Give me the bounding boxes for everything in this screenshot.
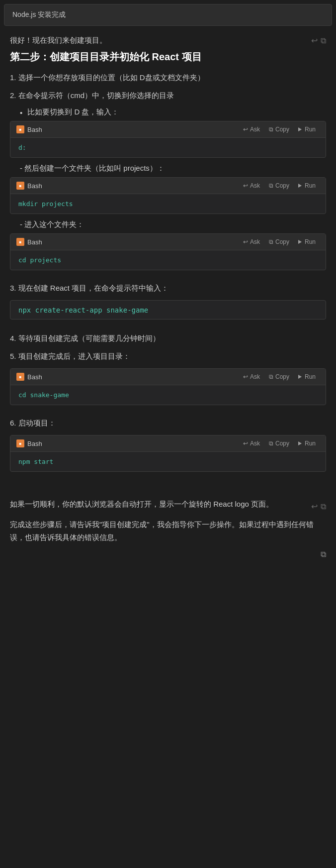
bash-label-2: Bash [27,182,42,190]
code-body-4: cd snake-game [10,385,326,405]
copy-icon-5: ⧉ [269,440,273,447]
run-btn-5[interactable]: Run [294,438,320,448]
copy-btn-4[interactable]: ⧉ Copy [265,372,293,382]
code-header-1: ■ Bash ↩ Ask ⧉ Copy Run [10,121,326,138]
top-bar: Node.js 安装完成 [4,4,332,26]
main-content: 很好！现在我们来创建项目。 ↩ ⧉ 第二步：创建项目目录并初始化 React 项… [0,30,336,571]
copy-btn-3[interactable]: ⧉ Copy [265,237,293,247]
intro-section: 很好！现在我们来创建项目。 ↩ ⧉ [10,36,326,45]
step3-inline-code: npx create-react-app snake-game [10,300,326,320]
ask-icon-4: ↩ [243,373,248,380]
bash-icon-3: ■ [16,238,24,246]
run-icon-3 [298,240,302,244]
ask-icon-1: ↩ [243,126,248,133]
step-3-text: 3. 现在创建 React 项目，在命令提示符中输入： [10,282,326,294]
step-2: 2. 在命令提示符（cmd）中，切换到你选择的目录 [10,90,326,102]
code-header-5: ■ Bash ↩ Ask ⧉ Copy Run [10,435,326,452]
code-header-2: ■ Bash ↩ Ask ⧉ Copy Run [10,178,326,194]
ask-btn-2[interactable]: ↩ Ask [239,181,264,191]
step-1: 1. 选择一个你想存放项目的位置（比如 D盘或文档文件夹） [10,72,326,84]
ask-icon-3: ↩ [243,238,248,245]
code-block-5: ■ Bash ↩ Ask ⧉ Copy Run npm start [10,435,326,472]
run-btn-4[interactable]: Run [294,372,320,382]
code-header-3: ■ Bash ↩ Ask ⧉ Copy Run [10,234,326,250]
bash-icon-5: ■ [16,439,24,447]
ask-icon-2: ↩ [243,182,248,189]
bottom-note-text2: 完成这些步骤后，请告诉我"项目创建完成"，我会指导你下一步操作。如果过程中遇到任… [10,518,326,543]
code-text-1: d: [18,144,26,151]
intro-action-icons: ↩ ⧉ [311,36,326,45]
run-icon-2 [298,184,302,188]
code-body-2: mkdir projects [10,194,326,214]
code-lang-1: ■ Bash [16,125,42,133]
code-actions-1: ↩ Ask ⧉ Copy Run [239,124,320,134]
ask-btn-3[interactable]: ↩ Ask [239,237,264,247]
undo-icon[interactable]: ↩ [311,36,318,45]
bash-label-1: Bash [27,126,42,133]
code-body-1: d: [10,138,326,157]
bottom-note: 如果一切顺利，你的默认浏览器会自动打开，显示一个旋转的 React logo 页… [10,498,326,561]
copy-icon[interactable]: ⧉ [321,36,326,45]
code-lang-3: ■ Bash [16,238,42,246]
code-block-3: ■ Bash ↩ Ask ⧉ Copy Run cd projects [10,233,326,270]
code-header-4: ■ Bash ↩ Ask ⧉ Copy Run [10,369,326,385]
bottom-undo-icon[interactable]: ↩ [311,500,318,513]
intro-text: 很好！现在我们来创建项目。 [10,36,306,45]
code-text-5: npm start [18,458,53,465]
bash-icon-2: ■ [16,182,24,190]
copy-btn-bottom-area: ⧉ [10,547,326,561]
copy-icon-3: ⧉ [269,238,273,245]
code-block-2: ■ Bash ↩ Ask ⧉ Copy Run mkdir projects [10,177,326,214]
bottom-note-row-1: 如果一切顺利，你的默认浏览器会自动打开，显示一个旋转的 React logo 页… [10,498,326,513]
copy-btn-5[interactable]: ⧉ Copy [265,438,293,448]
run-btn-2[interactable]: Run [294,181,320,191]
ask-btn-4[interactable]: ↩ Ask [239,372,264,382]
code-lang-2: ■ Bash [16,182,42,190]
code-text-3: cd projects [18,256,61,264]
code-actions-2: ↩ Ask ⧉ Copy Run [239,181,320,191]
code-actions-4: ↩ Ask ⧉ Copy Run [239,372,320,382]
code-text-2: mkdir projects [18,200,73,208]
ask-btn-1[interactable]: ↩ Ask [239,124,264,134]
copy-icon-1: ⧉ [269,126,273,133]
code-actions-3: ↩ Ask ⧉ Copy Run [239,237,320,247]
code-block-4: ■ Bash ↩ Ask ⧉ Copy Run cd snake-game [10,368,326,405]
bullet-item: • 比如要切换到 D 盘，输入： [20,108,326,117]
step-5: 5. 项目创建完成后，进入项目目录： [10,350,326,362]
code-body-5: npm start [10,452,326,471]
bash-icon-1: ■ [16,125,24,133]
code-actions-5: ↩ Ask ⧉ Copy Run [239,438,320,448]
sub-item-1: - 然后创建一个文件夹（比如叫 projects）： [20,164,326,173]
sub-item-2: - 进入这个文件夹： [20,220,326,229]
bullet-dot: • [20,108,22,117]
copy-btn-1[interactable]: ⧉ Copy [265,124,293,134]
bash-label-4: Bash [27,373,42,381]
ask-btn-5[interactable]: ↩ Ask [239,438,264,448]
copy-icon-4: ⧉ [269,373,273,380]
code-text-4: cd snake-game [18,391,69,399]
ask-icon-5: ↩ [243,440,248,447]
step-6: 6. 启动项目： [10,417,326,429]
code-lang-4: ■ Bash [16,373,42,381]
bottom-copy-btn[interactable]: ⧉ [321,547,326,561]
code-body-3: cd projects [10,250,326,270]
bullet-text: 比如要切换到 D 盘，输入： [27,108,119,117]
run-icon-4 [298,375,302,379]
run-icon-1 [298,127,302,131]
step-title: 第二步：创建项目目录并初始化 React 项目 [10,50,326,64]
step3-code: npx create-react-app snake-game [18,306,148,314]
bottom-copy-icon[interactable]: ⧉ [321,500,326,513]
bottom-action-icons: ↩ ⧉ [311,500,326,513]
run-btn-1[interactable]: Run [294,124,320,134]
bottom-note-text1: 如果一切顺利，你的默认浏览器会自动打开，显示一个旋转的 React logo 页… [10,498,273,511]
copy-icon-2: ⧉ [269,182,273,189]
step-4: 4. 等待项目创建完成（可能需要几分钟时间） [10,332,326,344]
run-btn-3[interactable]: Run [294,237,320,247]
code-block-1: ■ Bash ↩ Ask ⧉ Copy Run d: [10,121,326,158]
copy-btn-2[interactable]: ⧉ Copy [265,181,293,191]
bash-label-3: Bash [27,238,42,246]
bash-label-5: Bash [27,440,42,447]
code-lang-5: ■ Bash [16,439,42,447]
run-icon-5 [298,441,302,445]
bash-icon-4: ■ [16,373,24,381]
